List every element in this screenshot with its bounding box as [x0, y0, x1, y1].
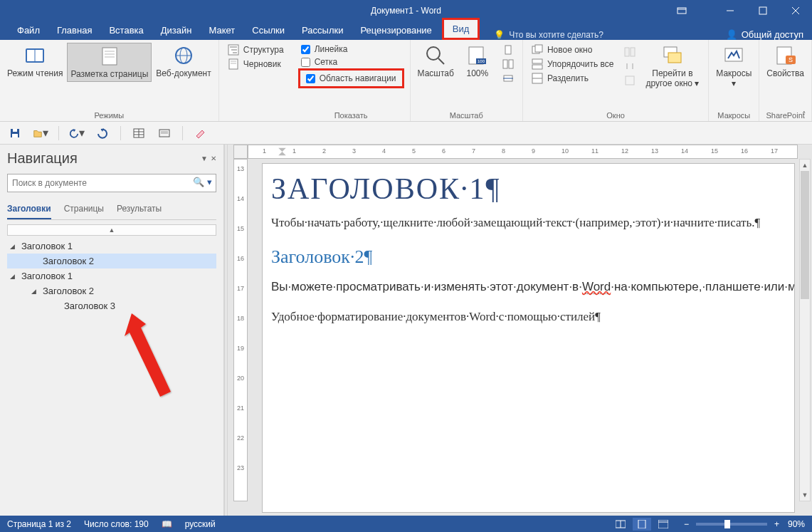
- svg-point-23: [427, 47, 440, 60]
- zoom-handle[interactable]: [724, 520, 730, 528]
- ruler-checkbox[interactable]: Линейка: [301, 44, 401, 54]
- new-window-icon: [532, 44, 543, 56]
- macros-button[interactable]: Макросы▾: [713, 43, 754, 90]
- tab-review[interactable]: Рецензирование: [352, 21, 440, 40]
- view-print-button[interactable]: [633, 518, 651, 531]
- status-words[interactable]: Число слов: 190: [84, 519, 149, 529]
- save-button[interactable]: [7, 125, 23, 141]
- indent-marker-icon[interactable]: [277, 147, 288, 157]
- paragraph[interactable]: Вы·можете·просматривать·и·изменять·этот·…: [271, 276, 786, 298]
- scrollbar-thumb[interactable]: [801, 171, 809, 299]
- tab-view[interactable]: Вид: [442, 18, 480, 40]
- svg-rect-35: [532, 59, 542, 63]
- paragraph[interactable]: Удобное·форматирование·документов·Word·с…: [271, 306, 786, 328]
- properties-button[interactable]: S Свойства: [764, 43, 807, 80]
- status-bar: Страница 1 из 2 Число слов: 190 📖 русски…: [0, 516, 812, 532]
- svg-rect-3: [759, 7, 766, 14]
- page-width-button[interactable]: [502, 73, 514, 84]
- expand-icon[interactable]: ◢: [31, 288, 40, 295]
- view-read-button[interactable]: [611, 518, 630, 531]
- svg-line-24: [438, 58, 444, 64]
- open-button[interactable]: ▾: [33, 125, 48, 141]
- tab-design[interactable]: Дизайн: [152, 21, 201, 40]
- svg-rect-39: [625, 48, 629, 56]
- search-icon[interactable]: 🔍 ▾: [193, 177, 212, 187]
- nav-item[interactable]: ◢Заголовок 1: [7, 268, 216, 283]
- nav-tab-pages[interactable]: Страницы: [64, 201, 104, 219]
- zoom-in-button[interactable]: +: [774, 519, 779, 529]
- tab-home[interactable]: Главная: [48, 21, 100, 40]
- group-label: SharePoint: [764, 110, 807, 121]
- split-button[interactable]: Разделить: [532, 73, 614, 84]
- undo-button[interactable]: ▾: [69, 125, 85, 141]
- table-button[interactable]: [131, 125, 147, 141]
- nav-item[interactable]: ◢Заголовок 1: [7, 239, 216, 254]
- nav-close-icon[interactable]: ✕: [211, 155, 216, 162]
- scroll-up-icon[interactable]: ▲: [800, 160, 810, 171]
- tab-layout[interactable]: Макет: [200, 21, 243, 40]
- nav-search-input[interactable]: [7, 174, 216, 192]
- nav-item[interactable]: ◢Заголовок 2: [7, 283, 216, 298]
- arrange-all-button[interactable]: Упорядочить все: [532, 58, 614, 70]
- tell-me-input[interactable]: 💡 Что вы хотите сделать?: [494, 30, 603, 40]
- navigation-pane-checkbox[interactable]: Область навигации: [298, 68, 404, 88]
- svg-rect-34: [535, 45, 542, 52]
- nav-tab-headings[interactable]: Заголовки: [7, 201, 51, 219]
- sync-scroll-button[interactable]: [624, 61, 636, 72]
- tab-insert[interactable]: Вставка: [100, 21, 152, 40]
- nav-item[interactable]: Заголовок 3: [7, 298, 216, 313]
- nav-level-bar[interactable]: ▲: [7, 224, 216, 236]
- status-page[interactable]: Страница 1 из 2: [7, 519, 71, 529]
- svg-rect-28: [505, 46, 511, 54]
- one-page-button[interactable]: [502, 44, 514, 56]
- ribbon-group-outline-draft: Структура Черновик: [219, 40, 292, 121]
- redo-button[interactable]: [95, 125, 110, 141]
- zoom-label[interactable]: 90%: [788, 519, 805, 529]
- tab-file[interactable]: Файл: [9, 21, 48, 40]
- switch-windows-button[interactable]: Перейти в другое окно ▾: [641, 43, 705, 90]
- read-mode-button[interactable]: Режим чтения: [4, 43, 65, 82]
- status-language[interactable]: русский: [185, 519, 216, 529]
- close-button[interactable]: [779, 0, 812, 21]
- zoom-slider[interactable]: [696, 523, 767, 526]
- gridlines-checkbox[interactable]: Сетка: [301, 57, 401, 67]
- paragraph-button[interactable]: [157, 125, 172, 141]
- group-label: Режимы: [4, 110, 214, 121]
- reset-window-button[interactable]: [624, 75, 636, 86]
- scroll-down-icon[interactable]: ▼: [800, 489, 810, 501]
- collapse-ribbon-icon[interactable]: ˄: [802, 110, 806, 120]
- nav-item[interactable]: Заголовок 2: [7, 254, 216, 268]
- vertical-scrollbar[interactable]: ▲ ▼: [799, 159, 811, 501]
- paragraph[interactable]: Чтобы·начать·работу,·щелкните·любой·заме…: [271, 212, 786, 234]
- zoom-out-button[interactable]: −: [684, 519, 689, 529]
- draft-button[interactable]: Черновик: [228, 58, 284, 70]
- multi-page-button[interactable]: [502, 58, 514, 70]
- tab-mailings[interactable]: Рассылки: [293, 21, 352, 40]
- vertical-ruler[interactable]: 1314151617181920212223: [233, 159, 248, 501]
- nav-dropdown-icon[interactable]: ▼: [201, 155, 208, 162]
- zoom-button[interactable]: Масштаб: [415, 43, 457, 85]
- zoom-100-button[interactable]: 100 100%: [458, 43, 497, 85]
- minimize-button[interactable]: [714, 0, 747, 21]
- reset-window-icon: [624, 75, 636, 86]
- web-layout-button[interactable]: Веб-документ: [153, 43, 213, 82]
- share-button[interactable]: 👤 Общий доступ: [726, 29, 803, 40]
- horizontal-ruler[interactable]: 11234567891011121314151617: [248, 145, 798, 159]
- view-side-button[interactable]: [624, 46, 636, 58]
- expand-icon[interactable]: ◢: [10, 243, 19, 250]
- proofing-icon[interactable]: 📖: [162, 519, 172, 529]
- new-window-button[interactable]: Новое окно: [532, 44, 614, 56]
- expand-icon[interactable]: ◢: [10, 273, 19, 280]
- nav-tab-results[interactable]: Результаты: [117, 201, 162, 219]
- clear-format-button[interactable]: [193, 125, 209, 141]
- outline-button[interactable]: Структура: [228, 44, 284, 56]
- maximize-button[interactable]: [747, 0, 779, 21]
- document-page[interactable]: ЗАГОЛОВОК·1¶ Чтобы·начать·работу,·щелкни…: [262, 163, 795, 513]
- heading-1[interactable]: ЗАГОЛОВОК·1¶: [271, 174, 786, 204]
- tab-references[interactable]: Ссылки: [243, 21, 293, 40]
- print-layout-button[interactable]: Разметка страницы: [67, 43, 152, 82]
- view-web-button[interactable]: [654, 518, 673, 531]
- svg-rect-40: [631, 48, 635, 56]
- ribbon-display-options[interactable]: [665, 0, 698, 21]
- heading-2[interactable]: Заголовок·2¶: [271, 246, 786, 268]
